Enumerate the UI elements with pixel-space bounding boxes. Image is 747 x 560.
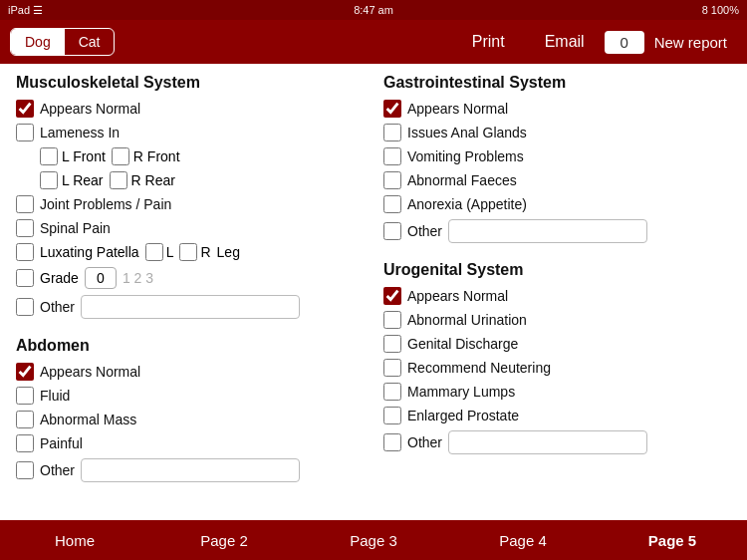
dog-button[interactable]: Dog <box>11 29 65 55</box>
uro-mammary-row: Mammary Lumps <box>383 383 731 401</box>
grade-row: Grade 0 1 2 3 <box>16 267 364 289</box>
musculo-other-input[interactable] <box>81 295 300 319</box>
status-left: iPad ☰ <box>8 4 43 17</box>
musculo-appears-normal-label: Appears Normal <box>40 101 140 117</box>
uro-mammary-checkbox[interactable] <box>383 383 401 401</box>
print-button[interactable]: Print <box>452 33 525 51</box>
musculo-other-label: Other <box>40 299 75 315</box>
luxating-checkbox[interactable] <box>16 243 34 261</box>
gastro-vomiting-label: Vomiting Problems <box>407 148 524 164</box>
new-report-button[interactable]: New report <box>644 34 737 51</box>
nav-bar: Dog Cat Print Email 0 New report <box>0 20 747 64</box>
luxating-row: Luxating Patella L R Leg <box>16 243 364 261</box>
tab-home[interactable]: Home <box>0 520 149 560</box>
tab-bar: Home Page 2 Page 3 Page 4 Page 5 <box>0 520 747 560</box>
lameness-checkbox[interactable] <box>16 124 34 141</box>
uro-abnormal-urination-checkbox[interactable] <box>383 311 401 329</box>
joint-problems-row: Joint Problems / Pain <box>16 195 364 213</box>
lux-r-label: R <box>200 244 210 260</box>
cat-button[interactable]: Cat <box>65 29 115 55</box>
uro-abnormal-urination-label: Abnormal Urination <box>407 312 527 328</box>
abdomen-fluid-checkbox[interactable] <box>16 387 34 405</box>
main-content: Musculoskeletal System Appears Normal La… <box>0 64 747 520</box>
lameness-sub-row: L Front R Front <box>40 147 364 165</box>
uro-neutering-label: Recommend Neutering <box>407 360 551 376</box>
gastro-faeces-label: Abnormal Faeces <box>407 172 517 188</box>
left-column: Musculoskeletal System Appears Normal La… <box>16 74 364 514</box>
gastro-vomiting-row: Vomiting Problems <box>383 147 731 165</box>
uro-genital-discharge-checkbox[interactable] <box>383 335 401 353</box>
abdomen-abnormal-mass-label: Abnormal Mass <box>40 412 136 427</box>
uro-other-checkbox[interactable] <box>383 433 401 451</box>
gastro-vomiting-checkbox[interactable] <box>383 147 401 165</box>
right-column: Gastrointestinal System Appears Normal I… <box>383 74 731 514</box>
abdomen-abnormal-mass-checkbox[interactable] <box>16 411 34 428</box>
uro-genital-discharge-label: Genital Discharge <box>407 336 518 352</box>
gastro-appears-normal-checkbox[interactable] <box>383 100 401 118</box>
uro-appears-normal-checkbox[interactable] <box>383 287 401 305</box>
l-front-wrap: L Front <box>40 147 106 165</box>
tab-page5[interactable]: Page 5 <box>598 520 747 560</box>
grade-value[interactable]: 0 <box>85 267 117 289</box>
counter-box[interactable]: 0 <box>605 31 644 54</box>
grade-checkbox[interactable] <box>16 269 34 287</box>
uro-neutering-row: Recommend Neutering <box>383 359 731 377</box>
abdomen-appears-normal-label: Appears Normal <box>40 364 140 380</box>
status-right: 8 100% <box>702 4 739 16</box>
email-button[interactable]: Email <box>525 33 605 51</box>
r-front-label: R Front <box>133 148 180 164</box>
gastro-faeces-checkbox[interactable] <box>383 171 401 189</box>
spinal-pain-checkbox[interactable] <box>16 219 34 237</box>
gastro-appears-normal-row: Appears Normal <box>383 100 731 118</box>
lameness-row: Lameness In <box>16 124 364 141</box>
lux-leg-label: Leg <box>217 244 240 260</box>
joint-problems-checkbox[interactable] <box>16 195 34 213</box>
abdomen-appears-normal-row: Appears Normal <box>16 363 364 381</box>
gastro-anal-glands-label: Issues Anal Glands <box>407 125 527 140</box>
musculo-other-checkbox[interactable] <box>16 298 34 316</box>
lux-r-checkbox[interactable] <box>179 243 197 261</box>
r-front-wrap: R Front <box>112 147 180 165</box>
tab-page4[interactable]: Page 4 <box>448 520 598 560</box>
uro-neutering-checkbox[interactable] <box>383 359 401 377</box>
l-rear-wrap: L Rear <box>40 171 104 189</box>
r-rear-checkbox[interactable] <box>110 171 127 189</box>
gastro-anal-glands-checkbox[interactable] <box>383 124 401 141</box>
luxating-label: Luxating Patella <box>40 244 139 260</box>
counter-wrap: 0 <box>605 31 644 54</box>
abdomen-other-input[interactable] <box>81 458 300 482</box>
uro-prostate-checkbox[interactable] <box>383 407 401 424</box>
l-front-checkbox[interactable] <box>40 147 58 165</box>
gastro-anorexia-row: Anorexia (Appetite) <box>383 195 731 213</box>
musculo-appears-normal-row: Appears Normal <box>16 100 364 118</box>
gastro-appears-normal-label: Appears Normal <box>407 101 508 117</box>
r-front-checkbox[interactable] <box>112 147 129 165</box>
status-wifi: iPad ☰ <box>8 4 43 17</box>
grade-options: 1 2 3 <box>123 270 153 286</box>
abdomen-other-label: Other <box>40 462 75 478</box>
uro-genital-discharge-row: Genital Discharge <box>383 335 731 353</box>
lux-l-checkbox[interactable] <box>145 243 163 261</box>
uro-other-input[interactable] <box>448 430 647 454</box>
uro-abnormal-urination-row: Abnormal Urination <box>383 311 731 329</box>
gastro-anorexia-label: Anorexia (Appetite) <box>407 196 527 212</box>
abdomen-other-checkbox[interactable] <box>16 461 34 479</box>
joint-problems-label: Joint Problems / Pain <box>40 196 171 212</box>
abdomen-painful-row: Painful <box>16 434 364 452</box>
abdomen-painful-checkbox[interactable] <box>16 434 34 452</box>
tab-page2[interactable]: Page 2 <box>149 520 299 560</box>
status-bar: iPad ☰ 8:47 am 8 100% <box>0 0 747 20</box>
abdomen-abnormal-mass-row: Abnormal Mass <box>16 411 364 428</box>
l-rear-checkbox[interactable] <box>40 171 58 189</box>
lux-l-label: L <box>166 244 174 260</box>
gastro-other-label: Other <box>407 223 442 239</box>
abdomen-appears-normal-checkbox[interactable] <box>16 363 34 381</box>
gastro-title: Gastrointestinal System <box>383 74 731 92</box>
r-rear-label: R Rear <box>131 172 175 188</box>
tab-page3[interactable]: Page 3 <box>299 520 448 560</box>
gastro-anorexia-checkbox[interactable] <box>383 195 401 213</box>
l-front-label: L Front <box>62 148 106 164</box>
gastro-other-input[interactable] <box>448 219 647 243</box>
musculo-appears-normal-checkbox[interactable] <box>16 100 34 118</box>
gastro-other-checkbox[interactable] <box>383 222 401 240</box>
